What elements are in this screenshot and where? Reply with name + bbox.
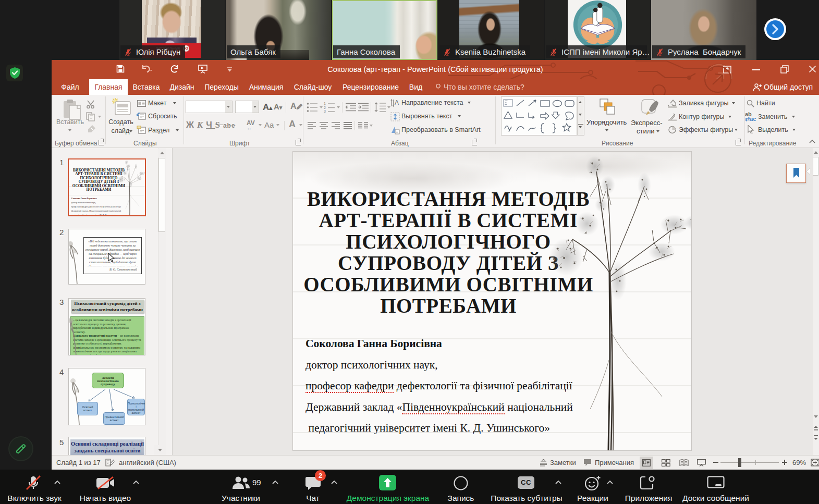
svg-text:2: 2	[324, 106, 326, 109]
svg-text:1: 1	[324, 102, 326, 105]
svg-text:3: 3	[324, 109, 326, 113]
svg-text:A: A	[395, 99, 399, 106]
